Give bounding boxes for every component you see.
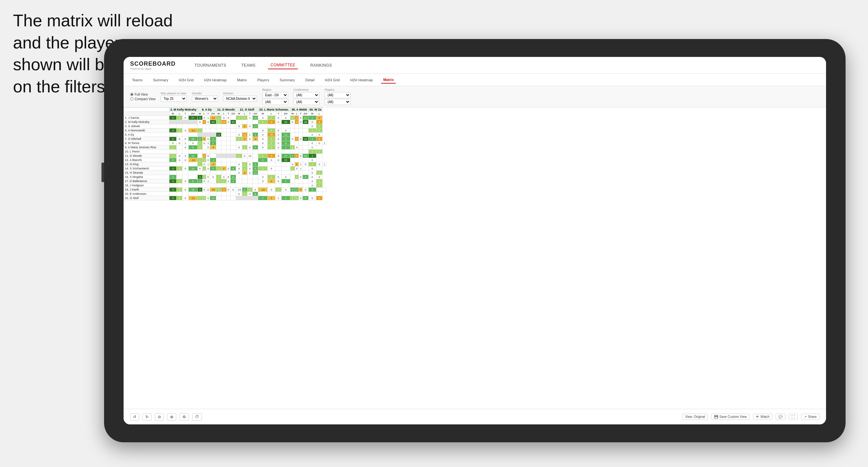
nav-tournaments[interactable]: TOURNAMENTS — [192, 62, 229, 69]
matrix-cell: 1 — [198, 141, 203, 145]
matrix-cell — [299, 133, 303, 137]
zoom-in-button[interactable]: ⊕ — [167, 413, 176, 421]
matrix-cell — [221, 196, 226, 200]
nav-teams[interactable]: TEAMS — [239, 62, 258, 69]
matrix-cell — [198, 150, 203, 154]
reset-button[interactable]: ⏱ — [192, 413, 202, 421]
subnav-matrix2[interactable]: Matrix — [381, 76, 396, 84]
subnav-h2h-heatmap1[interactable]: H2H Heatmap — [202, 77, 229, 83]
compact-view-label: Compact View — [135, 97, 155, 101]
subnav-detail[interactable]: Detail — [303, 77, 316, 83]
matrix-cell — [252, 158, 258, 162]
matrix-cell: 1 — [267, 145, 275, 150]
matrix-cell — [236, 120, 242, 124]
matrix-cell: 8 — [252, 192, 258, 196]
matrix-cell: 2 — [242, 124, 247, 128]
matrix-cell — [210, 128, 216, 133]
save-custom-view-button[interactable]: 💾 Save Custom View — [711, 414, 750, 420]
settings-button[interactable]: ⚙ — [180, 413, 189, 421]
nav-rankings[interactable]: RANKINGS — [308, 62, 335, 69]
matrix-cell — [247, 128, 252, 133]
nav-committee[interactable]: COMMITTEE — [268, 61, 298, 69]
matrix-cell — [252, 175, 258, 179]
matrix-cell: 0 — [226, 120, 230, 124]
matrix-cell: 0 — [202, 116, 206, 120]
matrix-cell: -12 — [258, 188, 268, 192]
matrix-cell — [188, 192, 197, 196]
subnav-h2h-heatmap2[interactable]: H2H Heatmap — [348, 77, 375, 83]
view-original-button[interactable]: View: Original — [682, 414, 708, 420]
matrix-cell — [299, 158, 303, 162]
matrix-cell — [188, 183, 197, 188]
matrix-cell: 2 — [281, 145, 290, 150]
players-select[interactable]: (All) — [324, 92, 350, 98]
conference-select[interactable]: (All) — [293, 92, 319, 98]
subnav-h2h-grid1[interactable]: H2H Grid — [177, 77, 195, 83]
matrix-cell — [230, 196, 236, 200]
matrix-cell — [242, 128, 247, 133]
matrix-cell: 1 — [275, 133, 281, 137]
matrix-cell: 3 — [316, 196, 322, 200]
share-button[interactable]: ↗ Share — [801, 414, 819, 420]
players-select2[interactable]: (All) — [324, 99, 350, 105]
matrix-cell: 0 — [275, 137, 281, 141]
matrix-cell — [206, 192, 210, 196]
division-select[interactable]: NCAA Division II — [223, 96, 257, 102]
matrix-cell — [221, 192, 226, 196]
watch-button[interactable]: 👁 Watch — [753, 414, 772, 420]
max-players-select[interactable]: Top 25 — [161, 96, 187, 102]
matrix-cell: 0 — [206, 166, 210, 171]
matrix-cell: 0 — [258, 137, 268, 141]
region-select[interactable]: East - DII — [262, 92, 288, 98]
region-select2[interactable]: (All) — [262, 99, 288, 105]
matrix-cell: 0 — [303, 162, 309, 166]
subnav-teams[interactable]: Teams — [130, 77, 145, 83]
subnav-players[interactable]: Players — [255, 77, 271, 83]
matrix-cell: 0 — [281, 175, 290, 179]
conference-select2[interactable]: (All) — [293, 99, 319, 105]
matrix-cell: 1 — [198, 196, 203, 200]
matrix-cell — [206, 171, 210, 175]
matrix-cell — [295, 124, 299, 128]
matrix-cell: 0 — [236, 192, 242, 196]
matrix-cell — [210, 192, 216, 196]
matrix-cell: 3 — [295, 116, 299, 120]
matrix-cell — [316, 154, 322, 158]
matrix-cell: 7 — [202, 120, 206, 124]
matrix-cell: 4 — [267, 120, 275, 124]
wlt-w3: W — [216, 112, 221, 116]
matrix-cell — [230, 145, 236, 150]
table-row: 11. G Woods1041140101414017240204 — [124, 154, 327, 158]
subnav-h2h-grid2[interactable]: H2H Grid — [323, 77, 342, 83]
zoom-out-button[interactable]: ⊖ — [155, 413, 164, 421]
matrix-cell — [216, 150, 221, 154]
matrix-cell: 1 — [316, 171, 322, 175]
gender-select[interactable]: Women's — [192, 96, 218, 102]
undo-button[interactable]: ↺ — [130, 413, 139, 421]
matrix-cell — [236, 158, 242, 162]
compact-view-radio[interactable]: Compact View — [130, 97, 155, 101]
subnav-summary2[interactable]: Summary — [278, 77, 297, 83]
matrix-cell: 0 — [221, 116, 226, 120]
subnav-matrix1[interactable]: Matrix — [235, 77, 249, 83]
matrix-cell — [252, 150, 258, 154]
expand-button[interactable]: ⛶ — [789, 414, 798, 420]
matrix-cell: 0 — [226, 116, 230, 120]
players-label: Players — [324, 88, 350, 91]
matrix-cell — [216, 162, 221, 166]
subnav-summary1[interactable]: Summary — [151, 77, 170, 83]
matrix-cell: 0 — [308, 179, 316, 183]
matrix-cell — [169, 171, 177, 175]
matrix-content[interactable]: 2. M Kelly Mulcahy 6. A Dy 11. G Woods 2… — [124, 107, 826, 416]
matrix-cell — [221, 150, 226, 154]
matrix-cell — [221, 154, 226, 158]
matrix-cell — [206, 124, 210, 128]
comment-button[interactable]: 💬 — [776, 414, 785, 420]
matrix-cell — [221, 183, 226, 188]
matrix-cell — [295, 141, 299, 145]
redo-button[interactable]: ↻ — [143, 413, 152, 421]
matrix-cell: 3 — [252, 162, 258, 166]
matrix-cell — [295, 150, 299, 154]
full-view-radio[interactable]: Full View — [130, 93, 155, 96]
matrix-cell — [177, 150, 182, 154]
